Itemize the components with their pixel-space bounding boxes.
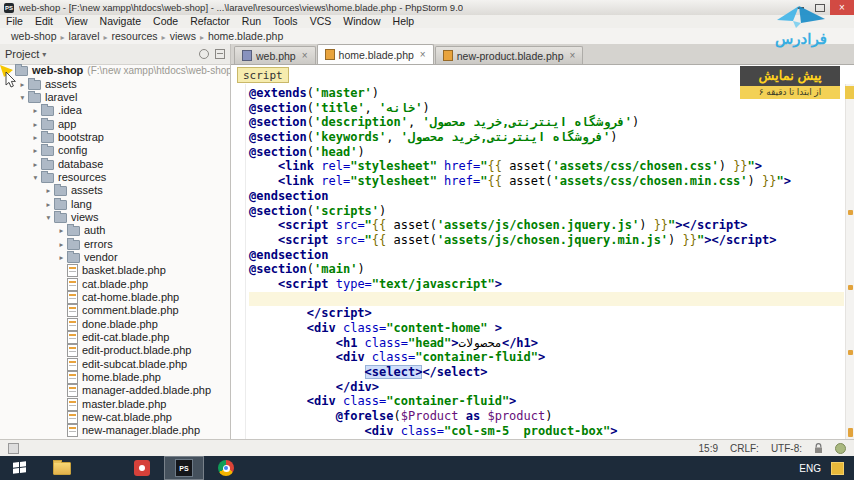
minimize-button[interactable] bbox=[790, 0, 810, 15]
language-indicator[interactable]: ENG bbox=[799, 463, 821, 474]
code-line-4[interactable]: @section('keywords', 'فروشگاه اینترنتی,خ… bbox=[249, 130, 844, 145]
taskbar-app-button[interactable] bbox=[122, 456, 162, 480]
code-line-12[interactable]: @endsection bbox=[249, 248, 844, 263]
menu-vcs[interactable]: VCS bbox=[304, 15, 338, 27]
code-editor[interactable]: @extends('master')@section('title', 'خان… bbox=[249, 86, 844, 440]
breadcrumb-item-laravel[interactable]: laravel bbox=[66, 30, 103, 42]
tree-item-web-shop[interactable]: ▾web-shop(F:\new xampp\htdocs\web-shop) bbox=[0, 64, 230, 77]
breadcrumb-item-web-shop[interactable]: web-shop bbox=[8, 30, 60, 42]
menu-edit[interactable]: Edit bbox=[29, 15, 59, 27]
editor-scrollbar[interactable] bbox=[845, 84, 854, 440]
chevron-collapsed-icon[interactable]: ▸ bbox=[17, 80, 28, 89]
menu-run[interactable]: Run bbox=[236, 15, 267, 27]
code-line-10[interactable]: <script src="{{ asset('assets/js/chosen.… bbox=[249, 218, 844, 233]
error-stripe-mark[interactable] bbox=[848, 285, 853, 290]
code-line-17[interactable]: <div class="content-home" > bbox=[249, 321, 844, 336]
encoding-indicator[interactable]: UTF-8: bbox=[771, 443, 802, 454]
tree-item-done.blade.php[interactable]: done.blade.php bbox=[0, 318, 230, 331]
code-line-8[interactable]: @endsection bbox=[249, 189, 844, 204]
close-icon[interactable]: × bbox=[302, 51, 308, 61]
collapse-all-icon[interactable] bbox=[215, 49, 225, 59]
chrome-taskbar-button[interactable] bbox=[206, 456, 246, 480]
chevron-collapsed-icon[interactable]: ▸ bbox=[56, 226, 67, 235]
tree-item-edit-cat.blade.php[interactable]: edit-cat.blade.php bbox=[0, 331, 230, 344]
menu-code[interactable]: Code bbox=[147, 15, 184, 27]
chevron-collapsed-icon[interactable]: ▸ bbox=[30, 133, 41, 142]
chevron-expanded-icon[interactable]: ▾ bbox=[43, 213, 54, 222]
tree-item-.idea[interactable]: ▸.idea bbox=[0, 104, 230, 117]
breadcrumb-item-home.blade.php[interactable]: home.blade.php bbox=[205, 30, 286, 42]
code-line-9[interactable]: @section('scripts') bbox=[249, 204, 844, 219]
tree-item-vendor[interactable]: ▸vendor bbox=[0, 251, 230, 264]
editor-gutter[interactable] bbox=[231, 84, 246, 440]
tree-item-cat.blade.php[interactable]: cat.blade.php bbox=[0, 278, 230, 291]
code-line-20[interactable]: <select></select> bbox=[249, 365, 844, 380]
tree-item-new-cat.blade.php[interactable]: new-cat.blade.php bbox=[0, 411, 230, 424]
tree-item-assets[interactable]: ▸assets bbox=[0, 184, 230, 197]
code-line-5[interactable]: @section('head') bbox=[249, 145, 844, 160]
code-line-15[interactable] bbox=[249, 292, 844, 307]
tree-item-comment.blade.php[interactable]: comment.blade.php bbox=[0, 304, 230, 317]
tree-item-lang[interactable]: ▸lang bbox=[0, 197, 230, 210]
tab-new-product.blade.php[interactable]: new-product.blade.php× bbox=[435, 46, 584, 64]
code-line-18[interactable]: <h1 class="head">محصولات</h1> bbox=[249, 336, 844, 351]
menu-refactor[interactable]: Refactor bbox=[184, 15, 236, 27]
tree-item-app[interactable]: ▸app bbox=[0, 117, 230, 130]
code-line-16[interactable]: </script> bbox=[249, 306, 844, 321]
menu-navigate[interactable]: Navigate bbox=[94, 15, 147, 27]
maximize-button[interactable] bbox=[810, 0, 830, 15]
tree-item-basket.blade.php[interactable]: basket.blade.php bbox=[0, 264, 230, 277]
menu-file[interactable]: File bbox=[0, 15, 29, 27]
code-line-13[interactable]: @section('main') bbox=[249, 262, 844, 277]
tab-home.blade.php[interactable]: home.blade.php× bbox=[317, 44, 434, 64]
settings-gear-icon[interactable] bbox=[199, 49, 209, 59]
tree-item-errors[interactable]: ▸errors bbox=[0, 237, 230, 250]
code-line-11[interactable]: <script src="{{ asset('assets/js/chosen.… bbox=[249, 233, 844, 248]
tree-item-assets[interactable]: ▸assets bbox=[0, 77, 230, 90]
tree-item-cat-home.blade.php[interactable]: cat-home.blade.php bbox=[0, 291, 230, 304]
chevron-collapsed-icon[interactable]: ▸ bbox=[30, 106, 41, 115]
phpstorm-taskbar-button[interactable]: PS bbox=[164, 456, 204, 480]
tree-item-database[interactable]: ▸database bbox=[0, 157, 230, 170]
code-line-24[interactable]: <div class="col-sm-5 product-box"> bbox=[249, 424, 844, 439]
line-ending-indicator[interactable]: CRLF: bbox=[730, 443, 759, 454]
close-icon[interactable]: × bbox=[570, 51, 576, 61]
chevron-expanded-icon[interactable]: ▾ bbox=[4, 66, 15, 75]
tool-window-toggle-icon[interactable] bbox=[8, 443, 19, 454]
chevron-collapsed-icon[interactable]: ▸ bbox=[30, 120, 41, 129]
project-panel-title[interactable]: Project bbox=[5, 48, 39, 60]
error-stripe-mark[interactable] bbox=[848, 428, 853, 437]
tree-item-edit-subcat.blade.php[interactable]: edit-subcat.blade.php bbox=[0, 358, 230, 371]
close-button[interactable]: × bbox=[830, 0, 854, 15]
close-icon[interactable]: × bbox=[420, 50, 426, 60]
code-line-3[interactable]: @section('description', 'فروشگاه اینترنت… bbox=[249, 115, 844, 130]
start-button[interactable] bbox=[0, 456, 40, 480]
menu-view[interactable]: View bbox=[59, 15, 94, 27]
code-line-6[interactable]: <link rel="stylesheet" href="{{ asset('a… bbox=[249, 159, 844, 174]
chevron-expanded-icon[interactable]: ▾ bbox=[30, 173, 41, 182]
error-stripe-mark[interactable] bbox=[848, 350, 853, 355]
file-explorer-button[interactable] bbox=[42, 456, 82, 480]
code-line-23[interactable]: @forelse($Product as $product) bbox=[249, 409, 844, 424]
chevron-collapsed-icon[interactable]: ▸ bbox=[43, 200, 54, 209]
chevron-collapsed-icon[interactable]: ▸ bbox=[56, 253, 67, 262]
tab-web.php[interactable]: web.php× bbox=[234, 46, 316, 64]
code-line-22[interactable]: <div class="container-fluid"> bbox=[249, 394, 844, 409]
code-line-21[interactable]: </div> bbox=[249, 380, 844, 395]
tree-item-auth[interactable]: ▸auth bbox=[0, 224, 230, 237]
tree-item-config[interactable]: ▸config bbox=[0, 144, 230, 157]
tree-item-views[interactable]: ▾views bbox=[0, 211, 230, 224]
tree-item-laravel[interactable]: ▾laravel bbox=[0, 91, 230, 104]
tree-item-bootstrap[interactable]: ▸bootstrap bbox=[0, 131, 230, 144]
tree-item-home.blade.php[interactable]: home.blade.php bbox=[0, 371, 230, 384]
tray-notification-icon[interactable] bbox=[831, 462, 844, 475]
breadcrumb-item-views[interactable]: views bbox=[167, 30, 199, 42]
chevron-collapsed-icon[interactable]: ▸ bbox=[30, 160, 41, 169]
inspections-hector-icon[interactable] bbox=[835, 443, 846, 454]
breadcrumb-item-resources[interactable]: resources bbox=[109, 30, 161, 42]
chevron-expanded-icon[interactable]: ▾ bbox=[17, 93, 28, 102]
menu-tools[interactable]: Tools bbox=[267, 15, 304, 27]
chevron-collapsed-icon[interactable]: ▸ bbox=[43, 186, 54, 195]
error-stripe-mark[interactable] bbox=[848, 210, 853, 215]
tree-item-new-manager.blade.php[interactable]: new-manager.blade.php bbox=[0, 424, 230, 437]
